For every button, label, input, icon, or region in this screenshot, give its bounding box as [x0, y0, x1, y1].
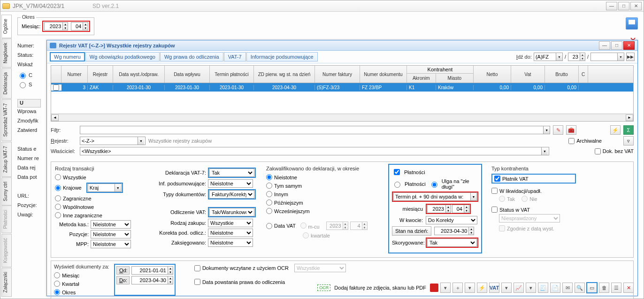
- outer-maximize-button[interactable]: □: [618, 2, 629, 10]
- tb-close-button[interactable]: ✕: [623, 283, 634, 293]
- zk-nieistotne[interactable]: [266, 174, 272, 180]
- goto-page-spinner[interactable]: ▲▼: [568, 53, 585, 61]
- rodzaj-zakupu-select[interactable]: Wszystkie: [208, 219, 253, 227]
- zk-tymsamym[interactable]: [266, 183, 272, 189]
- month-spinner[interactable]: ▲▼: [71, 22, 88, 31]
- side-tab-sumy[interactable]: Sumy ctrl: [1, 177, 12, 206]
- tb-vat-button[interactable]: VAT: [489, 283, 499, 293]
- inner-close-button[interactable]: ✕: [623, 41, 635, 50]
- pl-radio-platnosci[interactable]: [394, 182, 400, 188]
- tb-more1[interactable]: ▾: [501, 283, 512, 293]
- metoda-kas-select[interactable]: Nieistotne: [91, 220, 131, 229]
- radio-s[interactable]: [20, 82, 26, 88]
- zaksiegowano-select[interactable]: Nieistotne: [208, 238, 253, 247]
- col-brutto[interactable]: Brutto: [545, 66, 579, 83]
- side-tab-ogolne[interactable]: Ogólne: [1, 15, 12, 38]
- tb-columns-button[interactable]: ☰: [611, 283, 621, 293]
- outer-minimize-button[interactable]: —: [606, 2, 617, 10]
- col-nr-faktury[interactable]: Numer faktury: [315, 66, 360, 83]
- tab-wg-obowiazku[interactable]: Wg obowiązku podatkowego: [85, 52, 160, 61]
- pay-year-spinner[interactable]: ▲▼: [427, 205, 451, 213]
- scroll-right-button[interactable]: ►: [626, 115, 633, 121]
- filter-edit-button[interactable]: ✎: [553, 125, 563, 135]
- sigma-button[interactable]: Σ: [623, 125, 634, 135]
- wlasciciel-select[interactable]: ▼: [80, 147, 549, 155]
- tb-mail-button[interactable]: ✉: [562, 283, 573, 293]
- year-spinner[interactable]: ▲▼: [44, 22, 68, 31]
- rt-wspolnotowe[interactable]: [55, 204, 61, 210]
- outer-close-button[interactable]: ✕: [630, 2, 642, 10]
- dok-bez-vat-checkbox[interactable]: [595, 148, 601, 154]
- rt-inne[interactable]: [55, 212, 61, 218]
- side-tab-sprzedaz[interactable]: Sprzedaż VAT-7: [1, 99, 12, 141]
- status-vat-checkbox[interactable]: [491, 207, 498, 213]
- inner-maximize-button[interactable]: □: [611, 41, 622, 50]
- likwidacji-checkbox[interactable]: [491, 188, 498, 194]
- side-tab-zalaczniki[interactable]: Załączniki: [1, 268, 12, 297]
- goto-select[interactable]: ▼: [534, 53, 563, 61]
- mpp-select[interactable]: Nieistotne: [91, 240, 131, 248]
- col-netto[interactable]: Netto: [474, 66, 511, 83]
- col-data-wplywu[interactable]: Data wpływu: [165, 66, 210, 83]
- filter-select[interactable]: ▼: [80, 126, 550, 134]
- tb-dropdown[interactable]: ▾: [440, 283, 451, 293]
- save-icon[interactable]: [626, 17, 638, 30]
- filter-tool-button[interactable]: 🧰: [566, 125, 576, 135]
- platnosci-checkbox[interactable]: [394, 169, 400, 175]
- platnik-vat-checkbox[interactable]: [494, 176, 500, 182]
- stan-date-spinner[interactable]: ▲▼: [434, 227, 474, 235]
- termin-select[interactable]: ▼: [393, 192, 477, 201]
- tb-sheet-button[interactable]: 📄: [550, 283, 560, 293]
- scroll-left-button[interactable]: ◄: [51, 115, 59, 121]
- pozycje-select[interactable]: Nieistotne: [91, 230, 131, 238]
- row-checkbox[interactable]: [53, 84, 59, 91]
- side-tab-ksiegowosc[interactable]: Księgowość: [1, 234, 12, 267]
- od-date-spinner[interactable]: ▲▼: [131, 266, 173, 275]
- rejestr-select[interactable]: ▼: [80, 137, 146, 145]
- inner-minimize-button[interactable]: —: [599, 41, 610, 50]
- funnel-button[interactable]: ▿: [623, 136, 634, 146]
- col-akronim[interactable]: Akronim: [407, 74, 436, 83]
- typy-dok-select[interactable]: Faktury/Korekty: [209, 190, 254, 199]
- month-input[interactable]: [71, 23, 83, 30]
- col-nr-dok[interactable]: Numer dokumentu: [360, 66, 407, 83]
- col-rejestr[interactable]: Rejestr: [88, 66, 113, 83]
- tb-doc-button[interactable]: 🧾: [538, 283, 548, 293]
- kraj-select[interactable]: ▼: [88, 184, 122, 192]
- side-tab-naglowek[interactable]: Nagłówek: [1, 38, 12, 68]
- tb-add-dd[interactable]: ▾: [465, 283, 475, 293]
- side-tab-platnosci[interactable]: Płatności: [1, 206, 12, 233]
- rt-zagraniczne[interactable]: [55, 195, 61, 201]
- pl-radio-ulga[interactable]: [431, 182, 437, 188]
- col-vat[interactable]: Vat: [511, 66, 545, 83]
- tb-search-button[interactable]: 🔍: [575, 283, 585, 293]
- col-c[interactable]: C: [579, 66, 588, 83]
- side-tab-zakup[interactable]: Zakup VAT-7: [1, 142, 12, 177]
- col-numer[interactable]: Numer: [61, 66, 88, 83]
- korekta-select[interactable]: Nieistotne: [208, 229, 253, 237]
- side-tab-deklaracja[interactable]: Deklaracja: [1, 68, 12, 99]
- tb-trash-button[interactable]: 🗑: [599, 283, 609, 293]
- ocr-checkbox[interactable]: [194, 265, 200, 271]
- rt-krajowe[interactable]: [55, 185, 61, 191]
- radio-c[interactable]: [20, 73, 26, 79]
- archiwalne-checkbox[interactable]: [568, 138, 575, 144]
- col-data-wyst[interactable]: Data wyst./odpraw.: [113, 66, 165, 83]
- zk-wczesniejszym[interactable]: [266, 208, 272, 214]
- tab-wg-numeru[interactable]: Wg numeru: [50, 52, 85, 61]
- pay-month-spinner[interactable]: ▲▼: [452, 205, 469, 213]
- goto-select2[interactable]: ▼: [590, 53, 624, 61]
- inf-pods-select[interactable]: Nieistotne: [208, 179, 253, 188]
- odliczenie-select[interactable]: Tak/Warunkowo: [209, 208, 254, 216]
- zk-pozniejszym[interactable]: [266, 199, 272, 206]
- grid-row[interactable]: 3 ZAK 2023-01-30 2023-01-30 2023-01-30 2…: [51, 83, 633, 92]
- tab-vat7[interactable]: VAT-7: [224, 52, 246, 61]
- tb-more2[interactable]: ▾: [526, 283, 536, 293]
- tb-flash-button[interactable]: ⚡: [477, 283, 487, 293]
- tb-bluebox-button[interactable]: ▭: [587, 283, 597, 293]
- tab-inf-podsum[interactable]: Informacje podsumowujące: [246, 52, 318, 61]
- skorygowane-select[interactable]: Tak: [427, 238, 477, 247]
- flash-button[interactable]: ⚡: [610, 125, 621, 135]
- deklaracja-select[interactable]: Tak: [209, 169, 254, 177]
- zk-datavat[interactable]: [266, 223, 272, 229]
